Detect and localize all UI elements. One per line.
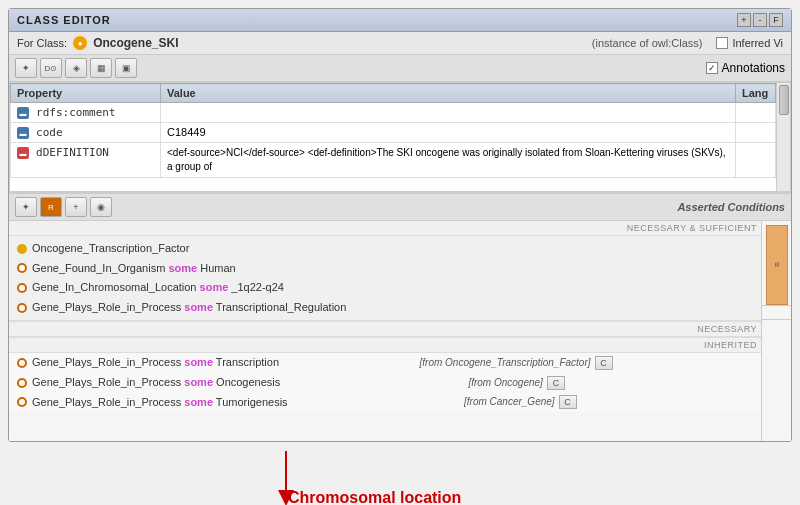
prop-name-3[interactable]: dDEFINITION bbox=[36, 146, 109, 159]
col-property: Property bbox=[11, 84, 161, 103]
class-editor-panel: CLASS EDITOR + - F For Class: ● Oncogene… bbox=[8, 8, 792, 442]
inh-text-2: Gene_Plays_Role_in_Process some Oncogene… bbox=[32, 374, 280, 392]
prop-cell-2: ▬ code bbox=[11, 123, 161, 143]
for-class-row: For Class: ● Oncogene_SKI (instance of o… bbox=[9, 32, 791, 55]
nec-area bbox=[762, 305, 791, 319]
orange-dot-icon-6 bbox=[17, 397, 27, 407]
lang-cell-3 bbox=[736, 143, 776, 178]
ns-label: NECESSARY & SUFFICIENT bbox=[9, 221, 761, 236]
minimize-btn[interactable]: - bbox=[753, 13, 767, 27]
asserted-tool-btn-1[interactable]: ✦ bbox=[15, 197, 37, 217]
inferred-vi: Inferred Vi bbox=[716, 37, 783, 49]
asserted-tool-btn-2[interactable]: R bbox=[40, 197, 62, 217]
from-label-2: [from Oncogene] bbox=[468, 375, 542, 391]
ns-items: Oncogene_Transcription_Factor Gene_Found… bbox=[9, 236, 761, 321]
header-controls: + - F bbox=[737, 13, 783, 27]
class-editor-title: CLASS EDITOR bbox=[17, 14, 111, 26]
list-item[interactable]: Oncogene_Transcription_Factor bbox=[17, 239, 753, 259]
asserted-title: Asserted Conditions bbox=[677, 201, 785, 213]
scrollbar-v[interactable] bbox=[776, 83, 790, 191]
value-cell-1[interactable] bbox=[161, 103, 736, 123]
conditions-content: NECESSARY & SUFFICIENT Oncogene_Transcri… bbox=[9, 221, 761, 441]
inherited-label: INHERITED bbox=[9, 337, 761, 353]
cond-text-4: Gene_Plays_Role_in_Process some Transcri… bbox=[32, 299, 346, 317]
inferred-checkbox[interactable] bbox=[716, 37, 728, 49]
table-row: ▬ rdfs:comment bbox=[11, 103, 776, 123]
class-name[interactable]: Oncogene_SKI bbox=[93, 36, 178, 50]
properties-table: Property Value Lang ▬ rdfs:comment bbox=[10, 83, 776, 178]
properties-table-wrapper: Property Value Lang ▬ rdfs:comment bbox=[9, 82, 791, 192]
annotation-area: Chromosomal location bbox=[8, 446, 792, 505]
c-btn-1[interactable]: C bbox=[595, 356, 613, 370]
asserted-tool-btn-3[interactable]: + bbox=[65, 197, 87, 217]
annotations-label: Annotations bbox=[722, 61, 785, 75]
annotations-btn: ✓ Annotations bbox=[706, 61, 785, 75]
table-row: ▬ dDEFINITION <def-source>NCI</def-sourc… bbox=[11, 143, 776, 178]
inh-text-1: Gene_Plays_Role_in_Process some Transcri… bbox=[32, 354, 279, 372]
lang-cell-2 bbox=[736, 123, 776, 143]
list-item[interactable]: Gene_Plays_Role_in_Process some Transcri… bbox=[17, 298, 753, 318]
maximize-btn[interactable]: + bbox=[737, 13, 751, 27]
from-label-3: [from Cancer_Gene] bbox=[464, 394, 555, 410]
chromosomal-label: Chromosomal location bbox=[288, 489, 461, 505]
tool-btn-1[interactable]: ✦ bbox=[15, 58, 37, 78]
list-item[interactable]: Gene_In_Chromosomal_Location some _1q22-… bbox=[17, 278, 753, 298]
toolbar-row: ✦ D⊙ ◈ ▦ ▣ ✓ Annotations bbox=[9, 55, 791, 82]
inherited-section: Gene_Plays_Role_in_Process some Transcri… bbox=[9, 353, 761, 412]
prop-icon-3: ▬ bbox=[17, 147, 29, 159]
tool-btn-5[interactable]: ▣ bbox=[115, 58, 137, 78]
table-row: ▬ code C18449 bbox=[11, 123, 776, 143]
conditions-area: NECESSARY & SUFFICIENT Oncogene_Transcri… bbox=[9, 221, 791, 441]
prop-cell-3: ▬ dDEFINITION bbox=[11, 143, 161, 178]
list-item[interactable]: Gene_Plays_Role_in_Process some Tumorige… bbox=[9, 393, 761, 413]
for-class-label: For Class: bbox=[17, 37, 67, 49]
tool-btn-4[interactable]: ▦ bbox=[90, 58, 112, 78]
prop-name-2[interactable]: code bbox=[36, 126, 63, 139]
prop-icon-2: ▬ bbox=[17, 127, 29, 139]
inferred-label: Inferred Vi bbox=[732, 37, 783, 49]
orange-dot-icon-3 bbox=[17, 303, 27, 313]
float-btn[interactable]: F bbox=[769, 13, 783, 27]
nec-label: NECESSARY bbox=[9, 321, 761, 337]
ns-box: ≡ bbox=[766, 225, 788, 305]
annotations-checkbox[interactable]: ✓ bbox=[706, 62, 718, 74]
orange-dot-icon-2 bbox=[17, 283, 27, 293]
cond-text-2: Gene_Found_In_Organism some Human bbox=[32, 260, 236, 278]
table-inner: Property Value Lang ▬ rdfs:comment bbox=[10, 83, 776, 191]
tool-btn-3[interactable]: ◈ bbox=[65, 58, 87, 78]
value-cell-3[interactable]: <def-source>NCI</def-source> <def-defini… bbox=[161, 143, 736, 178]
inh-text-3: Gene_Plays_Role_in_Process some Tumorige… bbox=[32, 394, 288, 412]
prop-cell-1: ▬ rdfs:comment bbox=[11, 103, 161, 123]
asserted-panel: ✦ R + ◉ Asserted Conditions NECESSARY & … bbox=[9, 192, 791, 441]
c-btn-2[interactable]: C bbox=[547, 376, 565, 390]
tool-btn-2[interactable]: D⊙ bbox=[40, 58, 62, 78]
class-icon: ● bbox=[73, 36, 87, 50]
c-btn-3[interactable]: C bbox=[559, 395, 577, 409]
prop-icon-1: ▬ bbox=[17, 107, 29, 119]
list-item[interactable]: Gene_Plays_Role_in_Process some Oncogene… bbox=[9, 373, 761, 393]
lang-cell-1 bbox=[736, 103, 776, 123]
col-lang: Lang bbox=[736, 84, 776, 103]
conditions-right: ≡ bbox=[761, 221, 791, 441]
scroll-thumb bbox=[779, 85, 789, 115]
orange-dot-icon-1 bbox=[17, 263, 27, 273]
orange-dot-icon-5 bbox=[17, 378, 27, 388]
orange-dot-icon-4 bbox=[17, 358, 27, 368]
value-cell-2[interactable]: C18449 bbox=[161, 123, 736, 143]
cond-text-1: Oncogene_Transcription_Factor bbox=[32, 240, 189, 258]
list-item[interactable]: Gene_Plays_Role_in_Process some Transcri… bbox=[9, 353, 761, 373]
cond-text-3: Gene_In_Chromosomal_Location some _1q22-… bbox=[32, 279, 284, 297]
from-label-1: [from Oncogene_Transcription_Factor] bbox=[420, 355, 591, 371]
asserted-toolbar: ✦ R + ◉ Asserted Conditions bbox=[9, 194, 791, 221]
class-editor-header: CLASS EDITOR + - F bbox=[9, 9, 791, 32]
main-container: CLASS EDITOR + - F For Class: ● Oncogene… bbox=[0, 0, 800, 505]
list-item[interactable]: Gene_Found_In_Organism some Human bbox=[17, 259, 753, 279]
asserted-tool-btn-4[interactable]: ◉ bbox=[90, 197, 112, 217]
prop-name-1[interactable]: rdfs:comment bbox=[36, 106, 115, 119]
col-value: Value bbox=[161, 84, 736, 103]
instance-label: (instance of owl:Class) bbox=[592, 37, 703, 49]
inh-btn-area bbox=[762, 319, 791, 322]
yellow-dot-icon bbox=[17, 244, 27, 254]
